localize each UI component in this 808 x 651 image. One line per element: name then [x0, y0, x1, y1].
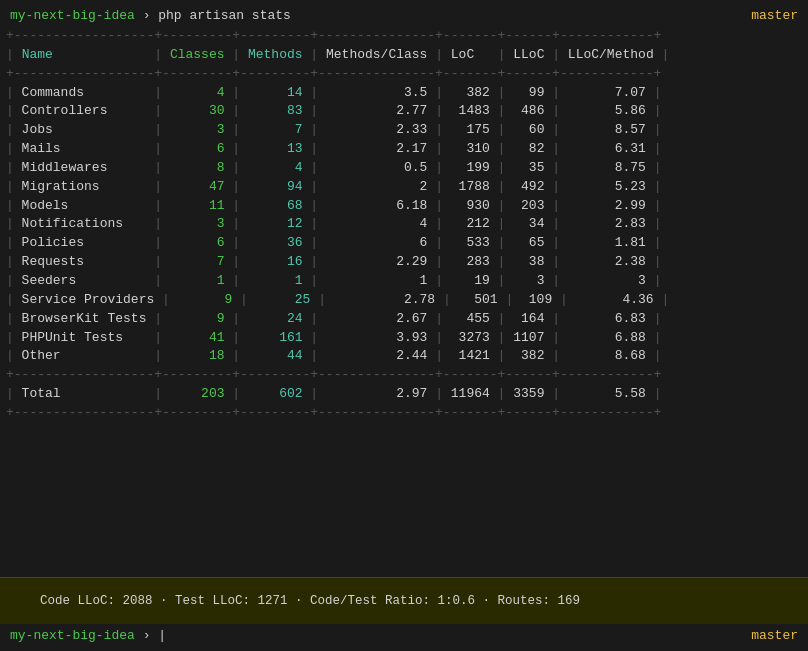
bottom-branch: master: [751, 628, 798, 643]
bottom-prompt: my-next-big-idea › |: [10, 628, 166, 643]
bottom-project-name: my-next-big-idea: [10, 628, 135, 643]
project-name: my-next-big-idea: [10, 8, 135, 23]
cursor: |: [158, 628, 166, 643]
command-text: php artisan stats: [158, 8, 291, 23]
table-content: +------------------+---------+---------+…: [6, 27, 802, 423]
terminal: my-next-big-idea › php artisan stats mas…: [0, 0, 808, 651]
prompt-line: my-next-big-idea › php artisan stats: [10, 8, 291, 23]
status-text: Code LLoC: 2088 · Test LLoC: 1271 · Code…: [40, 594, 580, 608]
top-branch: master: [751, 8, 798, 23]
table-container: +------------------+---------+---------+…: [0, 27, 808, 577]
bottom-bar: my-next-big-idea › | master: [0, 624, 808, 645]
status-bar: Code LLoC: 2088 · Test LLoC: 1271 · Code…: [0, 577, 808, 624]
top-bar: my-next-big-idea › php artisan stats mas…: [0, 6, 808, 27]
bottom-chevron: ›: [143, 628, 159, 643]
top-chevron: ›: [143, 8, 159, 23]
